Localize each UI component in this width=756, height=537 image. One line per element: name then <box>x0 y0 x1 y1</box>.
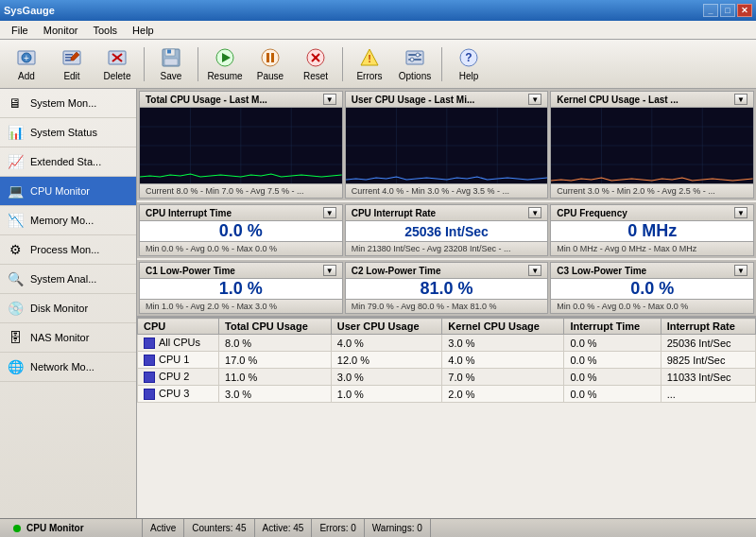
edit-button[interactable]: Edit <box>51 43 93 85</box>
kernel-usage: 3.0 % <box>442 335 564 352</box>
kernel-cpu-chart-title: Kernel CPU Usage - Last ... <box>557 95 678 105</box>
reset-icon <box>304 46 327 69</box>
c2-low-power-value: 81.0 % <box>346 279 548 299</box>
toolbar-separator-3 <box>342 47 343 81</box>
svg-rect-6 <box>65 60 71 61</box>
menu-file[interactable]: File <box>4 23 36 38</box>
user-cpu-chart: User CPU Usage - Last Mi... ▼ <box>345 91 549 199</box>
cpu-name: CPU 2 <box>138 369 219 386</box>
sidebar-item-process-monitor[interactable]: ⚙ Process Mon... <box>0 235 136 265</box>
reset-button[interactable]: Reset <box>295 43 336 85</box>
user-cpu-expand-btn[interactable]: ▼ <box>528 94 541 105</box>
c1-expand[interactable]: ▼ <box>323 265 336 276</box>
menu-help[interactable]: Help <box>125 23 162 38</box>
options-button[interactable]: Options <box>394 43 436 85</box>
user-usage: 4.0 % <box>331 335 442 352</box>
status-bar: CPU Monitor Active Counters: 45 Active: … <box>0 518 756 537</box>
pause-button[interactable]: Pause <box>249 43 291 85</box>
save-button[interactable]: Save <box>150 43 192 85</box>
cpu-interrupt-rate-expand[interactable]: ▼ <box>528 207 541 218</box>
total-usage: 17.0 % <box>219 352 332 369</box>
delete-label: Delete <box>104 71 131 81</box>
add-button[interactable]: + Add <box>6 43 47 85</box>
delete-button[interactable]: Delete <box>96 43 138 85</box>
toolbar-separator-1 <box>144 47 145 81</box>
help-label: Help <box>459 71 479 81</box>
cpu-interrupt-time-title: CPU Interrupt Time <box>146 208 232 218</box>
pause-label: Pause <box>257 71 284 81</box>
status-monitor: CPU Monitor <box>6 519 143 537</box>
status-state: Active <box>143 519 184 537</box>
kernel-cpu-expand-btn[interactable]: ▼ <box>734 94 747 105</box>
add-icon: + <box>15 46 38 69</box>
sidebar-item-label: System Anal... <box>30 273 96 285</box>
sidebar: 🖥 System Mon... 📊 System Status 📈 Extend… <box>0 89 137 518</box>
add-label: Add <box>18 71 35 81</box>
col-total-cpu[interactable]: Total CPU Usage <box>219 319 332 335</box>
cpu-interrupt-time-header: CPU Interrupt Time ▼ <box>140 205 342 221</box>
cpu-interrupt-time-expand[interactable]: ▼ <box>323 207 336 218</box>
svg-point-27 <box>416 53 420 57</box>
cpu-interrupt-time-value: 0.0 % <box>140 221 342 241</box>
toolbar-separator-4 <box>441 47 442 81</box>
interrupt-time: 0.0 % <box>564 335 661 352</box>
sidebar-item-disk-monitor[interactable]: 💿 Disk Monitor <box>0 294 136 323</box>
sidebar-item-extended-status[interactable]: 📈 Extended Sta... <box>0 147 136 177</box>
options-icon <box>404 46 426 69</box>
cpu-interrupt-rate-header: CPU Interrupt Rate ▼ <box>346 205 548 221</box>
minimize-button[interactable]: _ <box>703 4 718 17</box>
col-user-cpu[interactable]: User CPU Usage <box>331 319 442 335</box>
col-cpu[interactable]: CPU <box>138 319 219 335</box>
help-button[interactable]: ? Help <box>448 43 490 85</box>
kernel-usage: 7.0 % <box>442 369 564 386</box>
sidebar-item-cpu-monitor[interactable]: 💻 CPU Monitor <box>0 177 136 206</box>
errors-button[interactable]: ! Errors <box>349 43 390 85</box>
sidebar-item-system-monitor[interactable]: 🖥 System Mon... <box>0 89 136 118</box>
sidebar-item-label: NAS Monitor <box>30 332 89 343</box>
toolbar-separator-2 <box>198 47 198 81</box>
interrupt-time: 0.0 % <box>564 369 661 386</box>
interrupt-rate: 11033 Int/Sec <box>661 369 755 386</box>
menu-tools[interactable]: Tools <box>85 23 125 38</box>
sidebar-item-network-monitor[interactable]: 🌐 Network Mo... <box>0 353 136 382</box>
total-cpu-chart-body <box>140 108 342 183</box>
interrupt-rate: ... <box>661 386 755 403</box>
cpu-frequency-expand[interactable]: ▼ <box>734 207 747 218</box>
total-cpu-expand-btn[interactable]: ▼ <box>323 94 336 105</box>
toolbar: + Add Edit Delete <box>0 40 756 89</box>
svg-point-29 <box>410 58 414 61</box>
user-usage: 3.0 % <box>331 369 442 386</box>
sidebar-item-label: System Mon... <box>30 97 96 109</box>
col-interrupt-time[interactable]: Interrupt Time <box>564 319 661 335</box>
kernel-cpu-chart-body <box>551 108 753 183</box>
c1-low-power-title: C1 Low-Power Time <box>146 266 235 276</box>
status-warnings-label: Warnings: 0 <box>372 523 422 533</box>
kernel-usage: 4.0 % <box>442 352 564 369</box>
table-row[interactable]: CPU 2 11.0 % 3.0 % 7.0 % 0.0 % 11033 Int… <box>138 369 756 386</box>
table-row[interactable]: CPU 1 17.0 % 12.0 % 4.0 % 0.0 % 9825 Int… <box>138 352 756 369</box>
edit-icon <box>60 46 83 69</box>
menu-monitor[interactable]: Monitor <box>36 23 86 38</box>
sidebar-item-memory-monitor[interactable]: 📉 Memory Mo... <box>0 206 136 235</box>
resume-button[interactable]: Resume <box>204 43 246 85</box>
sidebar-item-nas-monitor[interactable]: 🗄 NAS Monitor <box>0 323 136 353</box>
disk-monitor-icon: 💿 <box>6 299 25 318</box>
system-status-icon: 📊 <box>6 123 25 142</box>
col-interrupt-rate[interactable]: Interrupt Rate <box>661 319 755 335</box>
maximize-button[interactable]: □ <box>720 4 735 17</box>
c2-expand[interactable]: ▼ <box>528 265 541 276</box>
col-kernel-cpu[interactable]: Kernel CPU Usage <box>442 319 564 335</box>
c1-low-power-value: 1.0 % <box>140 279 342 299</box>
table-row[interactable]: All CPUs 8.0 % 4.0 % 3.0 % 0.0 % 25036 I… <box>138 335 756 352</box>
sidebar-item-system-analysis[interactable]: 🔍 System Anal... <box>0 265 136 294</box>
cpu-icon <box>144 338 155 349</box>
options-label: Options <box>399 71 431 81</box>
c3-expand[interactable]: ▼ <box>734 265 747 276</box>
process-monitor-icon: ⚙ <box>6 240 25 259</box>
cpu-interrupt-time-panel: CPU Interrupt Time ▼ 0.0 % Min 0.0 % - A… <box>139 204 343 256</box>
sidebar-item-system-status[interactable]: 📊 System Status <box>0 118 136 147</box>
table-row[interactable]: CPU 3 3.0 % 1.0 % 2.0 % 0.0 % ... <box>138 386 756 403</box>
reset-label: Reset <box>303 71 328 81</box>
network-monitor-icon: 🌐 <box>6 357 25 376</box>
close-button[interactable]: ✕ <box>737 4 752 17</box>
